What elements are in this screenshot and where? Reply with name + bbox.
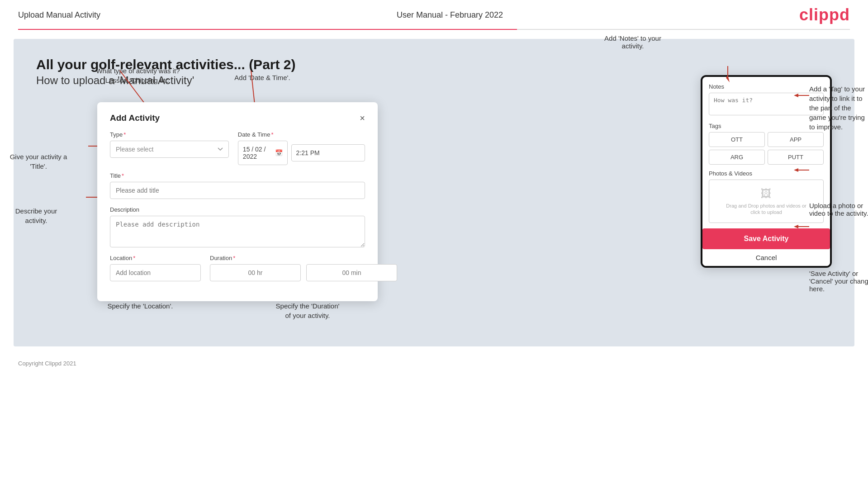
duration-required: * (233, 255, 235, 261)
title-input[interactable] (110, 182, 365, 199)
type-group: Type* Please select (110, 131, 229, 165)
type-required: * (123, 131, 126, 138)
datetime-label: Date & Time* (238, 131, 365, 138)
annotation-datetime: Add 'Date & Time'. (226, 73, 299, 82)
photos-hint: Drag and Drop photos and videos or click… (726, 203, 806, 215)
header-center: User Manual - February 2022 (397, 10, 503, 20)
logo: clippd (799, 5, 850, 24)
annotation-duration: Specify the 'Duration' of your activity. (258, 301, 357, 320)
dialog-title: Add Activity (110, 113, 160, 123)
annotation-title: Give your activity a 'Title'. (9, 152, 68, 171)
dialog-close-button[interactable]: × (360, 114, 365, 123)
cancel-button[interactable]: Cancel (702, 249, 830, 266)
dialog-header: Add Activity × (110, 113, 365, 123)
duration-hr-input[interactable] (210, 264, 301, 281)
location-group: Location* (110, 255, 201, 281)
photos-upload-area[interactable]: 🖼 Drag and Drop photos and videos or cli… (709, 180, 824, 223)
annotation-photo: Upload a photo or video to the activity. (809, 202, 868, 217)
description-group: Description (110, 206, 365, 247)
description-input[interactable] (110, 216, 365, 247)
notes-textarea[interactable] (709, 93, 824, 115)
phone-panel: Add 'Notes' to your activity. Add a 'Tag… (701, 75, 832, 268)
location-input[interactable] (110, 264, 201, 281)
footer: Copyright Clippd 2021 (0, 355, 868, 371)
datetime-required: * (271, 131, 273, 138)
annotation-notes: Add 'Notes' to your activity. (583, 34, 683, 50)
tag-ott[interactable]: OTT (709, 132, 765, 147)
type-select[interactable]: Please select (110, 141, 229, 158)
header-left: Upload Manual Activity (18, 10, 100, 20)
duration-inputs (210, 264, 397, 281)
photos-label: Photos & Videos (709, 170, 824, 177)
date-input[interactable]: 15 / 02 / 2022 📅 (238, 141, 288, 165)
location-required: * (133, 255, 135, 261)
tag-putt[interactable]: PUTT (768, 150, 824, 165)
dialog-box: Add Activity × Type* Please select Date … (97, 102, 378, 301)
type-label: Type* (110, 131, 229, 138)
datetime-group: Date & Time* 15 / 02 / 2022 📅 (238, 131, 365, 165)
save-activity-button[interactable]: Save Activity (702, 228, 830, 249)
location-duration-row: Location* Duration* (110, 255, 365, 281)
duration-group: Duration* (210, 255, 397, 281)
datetime-inputs: 15 / 02 / 2022 📅 (238, 141, 365, 165)
date-value: 15 / 02 / 2022 (243, 146, 272, 160)
annotation-type: What type of activity was it? Lesson, Ch… (93, 66, 183, 85)
tag-app[interactable]: APP (768, 132, 824, 147)
header: Upload Manual Activity User Manual - Feb… (0, 0, 868, 24)
tag-arg[interactable]: ARG (709, 150, 765, 165)
title-required: * (122, 172, 124, 179)
annotation-describe: Describe your activity. (9, 206, 63, 225)
title-group: Title* (110, 172, 365, 199)
description-label: Description (110, 206, 365, 213)
annotation-location: Specify the 'Location'. (100, 301, 181, 311)
title-label: Title* (110, 172, 365, 179)
main-content: All your golf-relevant activities... (Pa… (14, 39, 854, 346)
copyright: Copyright Clippd 2021 (18, 360, 76, 367)
tags-label: Tags (709, 123, 824, 129)
time-input[interactable] (291, 144, 365, 161)
annotation-tag: Add a 'Tag' to your activity to link it … (809, 84, 868, 132)
location-label: Location* (110, 255, 201, 261)
calendar-icon[interactable]: 📅 (275, 149, 283, 156)
duration-min-input[interactable] (306, 264, 397, 281)
add-activity-dialog: Add Activity × Type* Please select Date … (97, 102, 378, 301)
header-divider (18, 29, 850, 30)
annotation-save: 'Save Activity' or 'Cancel' your changes… (809, 270, 868, 293)
duration-label: Duration* (210, 255, 397, 261)
notes-label: Notes (709, 83, 824, 90)
tags-grid: OTT APP ARG PUTT (709, 132, 824, 165)
type-datetime-row: Type* Please select Date & Time* 15 / 02… (110, 131, 365, 165)
upload-icon: 🖼 (714, 187, 819, 200)
